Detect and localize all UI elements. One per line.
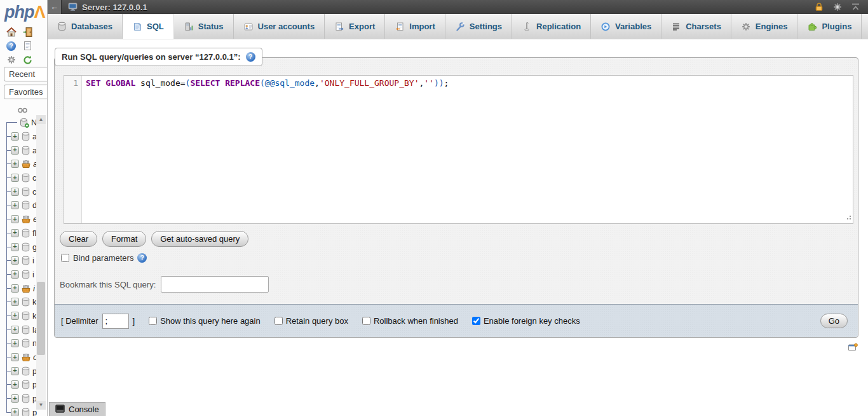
recent-tables-select[interactable]: Recent [4,67,48,81]
tab-sql[interactable]: SQL [123,14,174,39]
expand-plus-icon[interactable] [11,256,19,265]
foreign-key-checks-checkbox[interactable] [472,317,480,325]
main-menu-tabbar: Databases SQL Status User accounts Expor… [48,14,868,39]
console-icon [55,405,65,415]
format-button[interactable]: Format [102,231,146,247]
databases-icon [57,22,67,31]
scrollbar-thumb[interactable] [37,282,45,355]
retain-query-box-checkbox[interactable] [275,317,283,325]
tree-item-label[interactable]: i [33,284,35,293]
home-icon[interactable] [5,26,17,38]
favorites-select[interactable]: Favorites [4,85,48,99]
documentation-icon[interactable] [22,40,34,52]
expand-plus-icon[interactable] [11,394,19,403]
refresh-icon[interactable] [22,54,34,66]
sql-code-line[interactable]: SET GLOBAL sql_mode=(SELECT REPLACE(@@sq… [82,76,853,223]
console-toggle[interactable]: Console [49,402,105,416]
sidebar-scrollbar[interactable]: ▲ ▼ [36,115,46,410]
bind-parameters-label[interactable]: Bind parameters [73,253,133,263]
go-button[interactable]: Go [820,314,848,328]
expand-plus-icon[interactable] [11,174,19,182]
expand-plus-icon[interactable] [11,312,19,320]
expand-plus-icon[interactable] [11,284,19,293]
tab-variables[interactable]: Variables [591,14,661,39]
show-query-again-checkbox[interactable] [149,317,157,325]
import-icon [395,22,405,32]
system-database-basket-icon [21,159,31,169]
resize-handle-icon[interactable] [845,212,851,222]
lock-icon[interactable] [814,2,824,12]
rollback-when-finished-option[interactable]: Rollback when finished [362,316,458,326]
tab-databases[interactable]: Databases [48,14,123,39]
phpmyadmin-logo[interactable]: phpΛ [4,3,45,22]
variables-icon [600,22,611,32]
expand-plus-icon[interactable] [11,326,19,334]
tab-replication[interactable]: Replication [512,14,591,39]
fieldset-legend: Run SQL query/queries on server “127.0.0… [55,48,262,66]
sql-editor[interactable]: 1 SET GLOBAL sql_mode=(SELECT REPLACE(@@… [64,75,853,224]
tab-engines[interactable]: Engines [731,14,798,39]
get-auto-saved-query-button[interactable]: Get auto-saved query [151,231,248,247]
rollback-checkbox[interactable] [362,317,370,325]
logo-text-orange: Λ [34,3,44,22]
database-icon [21,173,31,183]
expand-plus-icon[interactable] [11,353,19,361]
settings-icon [455,22,465,32]
scroll-up-arrow[interactable]: ▲ [36,115,46,124]
expand-plus-icon[interactable] [11,243,19,251]
page-settings-gear-icon[interactable] [832,2,843,12]
database-icon [21,187,31,197]
new-window-icon[interactable] [848,342,858,354]
expand-plus-icon[interactable] [11,380,19,389]
tab-export[interactable]: Export [325,14,385,39]
scroll-down-arrow[interactable]: ▼ [36,401,46,410]
show-query-again-option[interactable]: Show this query here again [149,316,261,326]
expand-plus-icon[interactable] [11,146,19,155]
tab-status[interactable]: Status [174,14,234,39]
tab-user-accounts[interactable]: User accounts [234,14,325,39]
logo-text-blue: php [4,3,34,22]
expand-plus-icon[interactable] [11,408,19,416]
expand-plus-icon[interactable] [11,298,19,306]
database-icon [21,394,31,403]
tree-item-label[interactable]: i [32,270,34,279]
bookmark-label: Bookmark this SQL query: [60,280,156,289]
delimiter-input[interactable] [102,314,129,329]
tab-import[interactable]: Import [385,14,445,39]
collapse-top-icon[interactable] [851,3,860,11]
expand-plus-icon[interactable] [11,160,19,168]
bind-parameters-help-icon[interactable] [137,253,147,263]
link-chain-icon[interactable] [17,106,28,115]
database-icon [21,311,31,321]
expand-plus-icon[interactable] [11,215,19,223]
sql-help-icon[interactable] [246,52,255,62]
expand-plus-icon[interactable] [11,229,19,237]
system-database-basket-icon [21,284,31,293]
bookmark-input[interactable] [161,276,269,293]
retain-query-box-option[interactable]: Retain query box [275,316,348,326]
expand-plus-icon[interactable] [11,188,19,196]
tab-plugins[interactable]: Plugins [797,14,862,39]
tab-charsets[interactable]: Charsets [661,14,731,39]
settings-gear-icon[interactable] [5,54,17,66]
database-icon [21,200,31,210]
bind-parameters-checkbox[interactable] [61,254,69,262]
logout-door-icon[interactable] [22,26,34,38]
database-icon [21,146,31,155]
database-icon [21,366,31,376]
expand-plus-icon[interactable] [11,132,19,141]
engines-icon [741,22,751,32]
database-icon [21,338,31,348]
sidebar-collapse-button[interactable]: ← [48,0,62,14]
legend-text: Run SQL query/queries on server “127.0.0… [62,52,241,62]
enable-foreign-key-checks-option[interactable]: Enable foreign key checks [472,316,580,326]
expand-plus-icon[interactable] [11,367,19,375]
delimiter-open-bracket: [ Delimiter [61,316,98,326]
clear-button[interactable]: Clear [60,231,97,247]
expand-plus-icon[interactable] [11,201,19,209]
expand-plus-icon[interactable] [11,339,19,347]
tree-item-label[interactable]: i [32,256,34,265]
help-icon[interactable] [5,40,17,52]
expand-plus-icon[interactable] [11,270,19,279]
tab-settings[interactable]: Settings [445,14,512,39]
